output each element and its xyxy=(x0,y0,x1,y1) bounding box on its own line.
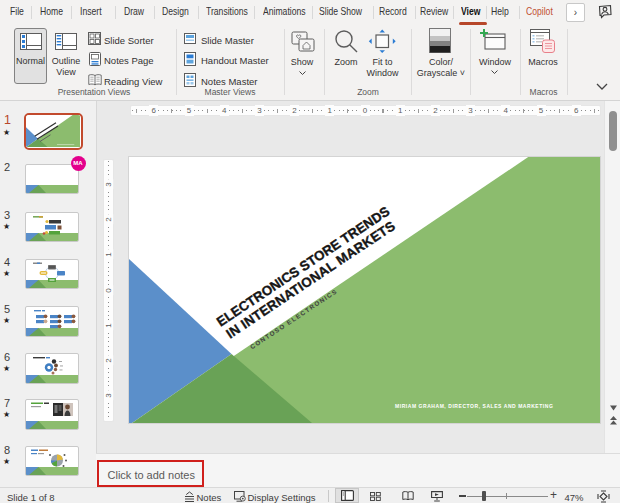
svg-text:MIRIAM GRAHAM, DIRECTOR, SALES: MIRIAM GRAHAM, DIRECTOR, SALES AND MARKE… xyxy=(395,403,553,409)
